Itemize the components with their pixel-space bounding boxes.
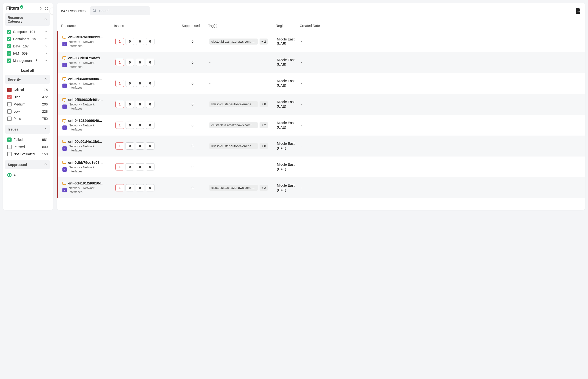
table-row[interactable]: eni-0dbb79cd3e08...⌣Network - Network In… — [57, 157, 585, 177]
reset-filters-button[interactable] — [44, 6, 49, 11]
chevron-down-icon — [45, 59, 48, 63]
resource-category-item[interactable]: IAM559 — [7, 50, 48, 57]
col-issues[interactable]: Issues — [114, 24, 182, 28]
issue-count-pill[interactable]: 0 — [126, 101, 134, 108]
severity-item[interactable]: Pass750 — [7, 115, 48, 122]
resource-cell: eni-0d3640ea000a...⌣Network - Network In… — [62, 77, 115, 90]
issue-count-pill[interactable]: 0 — [136, 184, 144, 191]
chevron-left-icon — [51, 10, 53, 13]
tag-chip[interactable]: k8s.io/cluster-autoscaler/enabl... — [209, 101, 258, 107]
issue-count-pill[interactable]: 0 — [136, 142, 144, 150]
col-suppressed[interactable]: Suppressed — [182, 24, 208, 28]
issue-count-pill[interactable]: 1 — [115, 59, 124, 66]
region-cell: Middle East (UAE) — [277, 162, 301, 172]
issues-item[interactable]: Passed600 — [7, 143, 48, 150]
filter-group-header-issues[interactable]: Issues — [5, 125, 50, 134]
tag-chip[interactable]: cluster.k8s.amazonaws.com/na... — [209, 122, 258, 128]
severity-item[interactable]: High472 — [7, 94, 48, 101]
resource-type-icon — [62, 98, 66, 101]
resource-name[interactable]: eni-0f569632b40fb... — [68, 97, 103, 102]
resource-name[interactable]: eni-0dbb79cd3e08... — [68, 160, 103, 164]
issue-count-pill[interactable]: 0 — [126, 142, 134, 150]
issue-count-pill[interactable]: 0 — [136, 163, 144, 171]
tag-more-button[interactable]: + 8 — [260, 143, 268, 149]
resource-name[interactable]: eni-00c02d4e13b0... — [68, 139, 102, 143]
col-created[interactable]: Created Date — [300, 24, 329, 28]
tag-more-button[interactable]: + 2 — [260, 39, 268, 45]
issue-count-pill[interactable]: 0 — [146, 122, 154, 129]
severity-item[interactable]: Critical75 — [7, 86, 48, 94]
tag-more-button[interactable]: + 2 — [260, 122, 268, 128]
issue-count-pill[interactable]: 0 — [146, 80, 154, 87]
col-tags[interactable]: Tag(s) — [208, 24, 276, 28]
table-row[interactable]: eni-0fc976e98d393...⌣Network - Network I… — [57, 31, 585, 52]
suppressed-items: All — [5, 171, 50, 181]
resource-category-item[interactable]: Containers15 — [7, 35, 48, 43]
issue-count-pill[interactable]: 0 — [146, 38, 154, 45]
resource-name[interactable]: eni-088de3f71afaf1... — [68, 56, 104, 60]
issue-count-pill[interactable]: 1 — [115, 142, 124, 150]
issue-count-pill[interactable]: 0 — [136, 38, 144, 45]
tag-more-button[interactable]: + 2 — [260, 185, 268, 191]
filter-group-header-resource-category[interactable]: Resource Category — [5, 13, 50, 26]
issue-count-pill[interactable]: 0 — [136, 80, 144, 87]
resource-subtype: Network - Network Interfaces — [69, 186, 105, 194]
issue-count-pill[interactable]: 0 — [136, 59, 144, 66]
resource-category-item[interactable]: Compute191 — [7, 28, 48, 35]
table-row[interactable]: eni-0d41912d6810d...⌣Network - Network I… — [57, 177, 585, 198]
tag-chip[interactable]: k8s.io/cluster-autoscaler/enabl... — [209, 143, 258, 149]
issue-count-pill[interactable]: 0 — [126, 184, 134, 191]
collapse-all-button[interactable] — [39, 6, 43, 11]
load-all-button[interactable]: Load all — [5, 67, 50, 75]
chevron-up-icon — [44, 17, 47, 22]
issue-count-pill[interactable]: 0 — [146, 101, 154, 108]
issue-count-pill[interactable]: 0 — [136, 122, 144, 129]
resource-category-item[interactable]: Data167 — [7, 43, 48, 50]
severity-item[interactable]: Medium206 — [7, 101, 48, 108]
toolbar: 547 Resources CSV — [57, 3, 585, 18]
issue-count-pill[interactable]: 0 — [126, 38, 134, 45]
resource-name[interactable]: eni-043239b09846... — [68, 118, 102, 123]
created-cell: - — [301, 123, 330, 127]
table-row[interactable]: eni-0d3640ea000a...⌣Network - Network In… — [57, 73, 585, 94]
table-row[interactable]: eni-088de3f71afaf1...⌣Network - Network … — [57, 52, 585, 73]
issue-count-pill[interactable]: 1 — [115, 80, 124, 87]
issues-item[interactable]: Not Evaluated150 — [7, 150, 48, 158]
search-input[interactable] — [90, 6, 150, 15]
table-row[interactable]: eni-043239b09846...⌣Network - Network In… — [57, 115, 585, 136]
suppressed-item[interactable]: All — [7, 172, 48, 179]
resource-name[interactable]: eni-0d41912d6810d... — [68, 181, 104, 185]
col-region[interactable]: Region — [276, 24, 300, 28]
severity-item[interactable]: Low228 — [7, 108, 48, 115]
table-row[interactable]: eni-00c02d4e13b0...⌣Network - Network In… — [57, 136, 585, 157]
tag-more-button[interactable]: + 8 — [260, 101, 268, 107]
issue-count-pill[interactable]: 1 — [115, 184, 124, 191]
issue-count-pill[interactable]: 0 — [136, 101, 144, 108]
issues-item[interactable]: Failed981 — [7, 136, 48, 143]
issue-count-pill[interactable]: 0 — [146, 184, 154, 191]
filter-group-header-severity[interactable]: Severity — [5, 75, 50, 84]
col-resources[interactable]: Resources — [61, 24, 114, 28]
filter-group-header-suppressed[interactable]: Suppressed — [5, 160, 50, 169]
tag-chip[interactable]: cluster.k8s.amazonaws.com/na... — [209, 185, 258, 191]
chevron-down-icon — [45, 51, 48, 55]
resource-name[interactable]: eni-0d3640ea000a... — [68, 77, 102, 81]
resource-category-item[interactable]: Management3 — [7, 57, 48, 64]
filter-label: Passed — [14, 145, 25, 149]
issue-count-pill[interactable]: 1 — [115, 163, 124, 171]
table-row[interactable]: eni-0f569632b40fb...⌣Network - Network I… — [57, 94, 585, 115]
issue-count-pill[interactable]: 0 — [126, 163, 134, 171]
resource-name[interactable]: eni-0fc976e98d393... — [68, 35, 103, 39]
issue-count-pill[interactable]: 0 — [126, 59, 134, 66]
issue-count-pill[interactable]: 0 — [146, 59, 154, 66]
issue-count-pill[interactable]: 0 — [146, 163, 154, 171]
issue-count-pill[interactable]: 1 — [115, 38, 124, 45]
export-csv-button[interactable]: CSV — [575, 8, 581, 14]
issue-count-pill[interactable]: 0 — [126, 80, 134, 87]
tag-chip[interactable]: cluster.k8s.amazonaws.com/na... — [209, 39, 258, 45]
issue-count-pill[interactable]: 0 — [146, 142, 154, 150]
main-panel: 547 Resources CSV Resources Issues Suppr… — [57, 3, 585, 210]
issue-count-pill[interactable]: 1 — [115, 101, 124, 108]
issue-count-pill[interactable]: 0 — [126, 122, 134, 129]
issue-count-pill[interactable]: 1 — [115, 122, 124, 129]
